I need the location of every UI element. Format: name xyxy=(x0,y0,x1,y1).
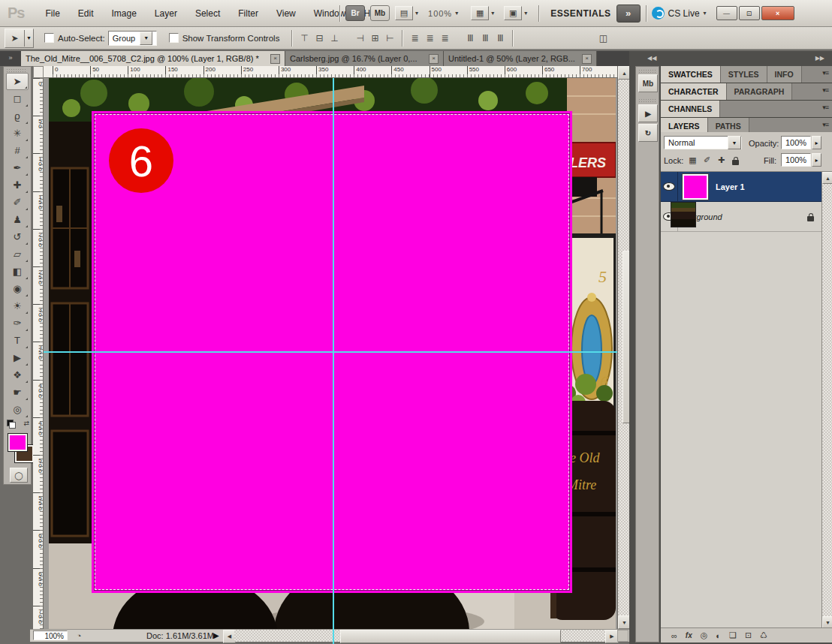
distribute-top-edges-icon[interactable]: ≣ xyxy=(407,32,422,45)
screen-mode-button[interactable]: ▣ ▾ xyxy=(504,6,527,20)
distribute-vertical-centers-icon[interactable]: ≣ xyxy=(422,32,437,45)
lock-all-icon[interactable] xyxy=(729,154,742,167)
document-tab[interactable]: The_Old_Mitre__006_5708_C2.jpg @ 100% (L… xyxy=(21,51,285,66)
panel-menu-icon[interactable]: ▾≡ xyxy=(822,69,828,77)
panel-grip[interactable] xyxy=(6,68,27,72)
menu-layer[interactable]: Layer xyxy=(146,8,186,19)
delete-layer-button[interactable]: ♺ xyxy=(760,630,767,640)
distribute-horizontal-centers-icon[interactable]: Ⅲ xyxy=(478,32,493,45)
spot-healing-brush-tool[interactable]: ✚ xyxy=(6,176,29,194)
mini-bridge-panel-icon[interactable]: Mb xyxy=(638,74,658,92)
layer-visibility-toggle[interactable] xyxy=(661,172,678,202)
gradient-tool[interactable]: ◧ xyxy=(6,263,29,280)
align-bottom-edges-icon[interactable]: ⊥ xyxy=(327,32,342,45)
auto-select-checkbox[interactable] xyxy=(44,33,54,43)
menu-view[interactable]: View xyxy=(267,8,305,19)
layers-scrollbar[interactable]: ▲ ▼ xyxy=(821,172,832,628)
default-colors-icon[interactable] xyxy=(7,420,16,429)
menu-image[interactable]: Image xyxy=(103,8,146,19)
actions-panel-icon[interactable]: ▶ xyxy=(638,104,658,122)
menu-edit[interactable]: Edit xyxy=(69,8,103,19)
blend-mode-dropdown[interactable]: Normal ▼ xyxy=(664,136,742,149)
layer-style-button[interactable]: fx xyxy=(686,631,692,639)
custom-shape-tool[interactable]: ❖ xyxy=(6,366,29,384)
crop-tool[interactable]: # xyxy=(6,142,29,159)
panel-menu-icon[interactable]: ▾≡ xyxy=(822,121,828,128)
close-tab-icon[interactable]: × xyxy=(429,54,439,64)
opacity-field[interactable]: 100% xyxy=(781,136,811,149)
auto-align-layers-icon[interactable]: ◫ xyxy=(595,32,610,45)
close-button[interactable]: × xyxy=(761,6,794,20)
hand-tool[interactable]: ☛ xyxy=(6,384,29,401)
fill-field[interactable]: 100% xyxy=(781,153,811,167)
show-transform-controls-checkbox[interactable] xyxy=(169,33,179,43)
collapse-dock-left-icon[interactable]: ◀◀ xyxy=(647,55,656,62)
zoom-level-control[interactable]: 100% ▾ xyxy=(428,9,458,18)
menu-filter[interactable]: Filter xyxy=(229,8,267,19)
history-panel-icon[interactable]: ↻ xyxy=(638,124,658,142)
panel-tab-paragraph[interactable]: PARAGRAPH xyxy=(727,83,793,100)
panel-tab-channels[interactable]: CHANNELS xyxy=(661,101,720,117)
menu-file[interactable]: File xyxy=(36,8,68,19)
panel-tab-swatches[interactable]: SWATCHES xyxy=(661,66,721,83)
rectangular-marquee-tool[interactable]: ◻ xyxy=(6,90,29,107)
arrange-documents-button[interactable]: ▦ ▾ xyxy=(471,6,494,20)
align-horizontal-centers-icon[interactable]: ⊞ xyxy=(367,32,382,45)
quick-selection-tool[interactable]: ✳ xyxy=(6,125,29,142)
quick-mask-button[interactable]: ◯ xyxy=(10,468,28,483)
scroll-down-button[interactable]: ▼ xyxy=(822,616,832,628)
pen-tool[interactable]: ✑ xyxy=(6,314,29,332)
new-adjustment-layer-button[interactable]: ◐ xyxy=(716,631,721,640)
fill-slider-button[interactable]: ▸ xyxy=(812,153,821,167)
blur-tool[interactable]: ◉ xyxy=(6,280,29,297)
close-tab-icon[interactable]: × xyxy=(270,54,280,64)
menu-select[interactable]: Select xyxy=(186,8,229,19)
status-flyout-button[interactable]: ▶ xyxy=(213,631,219,639)
align-right-edges-icon[interactable]: ⊢ xyxy=(382,32,397,45)
move-tool[interactable]: ➤ xyxy=(6,73,29,90)
type-tool[interactable]: T xyxy=(6,332,29,349)
close-tab-icon[interactable]: × xyxy=(582,54,592,64)
dodge-tool[interactable]: ☀ xyxy=(6,297,29,314)
restore-button[interactable]: ⊡ xyxy=(739,6,760,20)
document-canvas[interactable]: LERS 5 6 ye Old Mitre xyxy=(44,78,617,629)
vertical-guide[interactable] xyxy=(333,78,334,629)
lock-transparency-icon[interactable]: ▦ xyxy=(686,154,699,167)
link-layers-button[interactable]: ∞ xyxy=(671,631,677,640)
eyedropper-tool[interactable]: ✒ xyxy=(6,159,29,176)
minimize-button[interactable]: — xyxy=(716,6,737,20)
document-tab[interactable]: Carlsberg.jpg @ 16.7% (Layer 0,...× xyxy=(285,51,444,66)
vertical-scrollbar[interactable]: ▲ ▼ xyxy=(617,66,629,629)
new-group-button[interactable]: ❏ xyxy=(729,630,737,640)
workspace-switcher[interactable]: ESSENTIALS xyxy=(550,8,610,19)
scrollbar-thumb[interactable] xyxy=(340,630,561,643)
align-vertical-centers-icon[interactable]: ⊟ xyxy=(312,32,327,45)
workspace-more-button[interactable]: » xyxy=(616,5,641,23)
panel-tab-character[interactable]: CHARACTER xyxy=(661,83,727,100)
document-tab[interactable]: Untitled-1 @ 50% (Layer 2, RGB...× xyxy=(444,51,597,66)
foreground-color-swatch[interactable] xyxy=(8,433,28,452)
distribute-bottom-edges-icon[interactable]: ≣ xyxy=(437,32,452,45)
scroll-up-button[interactable]: ▲ xyxy=(822,172,832,184)
lock-pixels-icon[interactable]: ✐ xyxy=(701,154,713,167)
swap-colors-icon[interactable]: ⇄ xyxy=(23,420,29,430)
panel-menu-icon[interactable]: ▾≡ xyxy=(822,104,828,111)
align-left-edges-icon[interactable]: ⊣ xyxy=(352,32,367,45)
panel-grip[interactable] xyxy=(638,69,656,73)
cs-live-button[interactable]: CS Live ▾ xyxy=(652,7,707,20)
distribute-right-edges-icon[interactable]: Ⅲ xyxy=(493,32,508,45)
auto-select-dropdown[interactable]: Group ▼ xyxy=(108,31,157,46)
vertical-ruler[interactable]: 0501001502002503003504004505005506006507… xyxy=(33,78,44,629)
ruler-origin-corner[interactable] xyxy=(33,66,44,78)
current-tool-preset[interactable]: ➤ ▼ xyxy=(5,29,34,48)
eraser-tool[interactable]: ▱ xyxy=(6,245,29,263)
toolbar-collapse-button[interactable]: » xyxy=(0,51,21,66)
panel-tab-styles[interactable]: STYLES xyxy=(721,66,767,83)
layer-row[interactable]: Background xyxy=(661,202,821,232)
align-top-edges-icon[interactable]: ⊤ xyxy=(297,32,312,45)
horizontal-ruler[interactable]: 0501001502002503003504004505005506006507… xyxy=(44,66,617,78)
history-brush-tool[interactable]: ↺ xyxy=(6,228,29,245)
path-selection-tool[interactable]: ▶ xyxy=(6,349,29,366)
brush-tool[interactable]: ✐ xyxy=(6,194,29,211)
status-zoom-field[interactable]: 100% xyxy=(33,630,68,640)
